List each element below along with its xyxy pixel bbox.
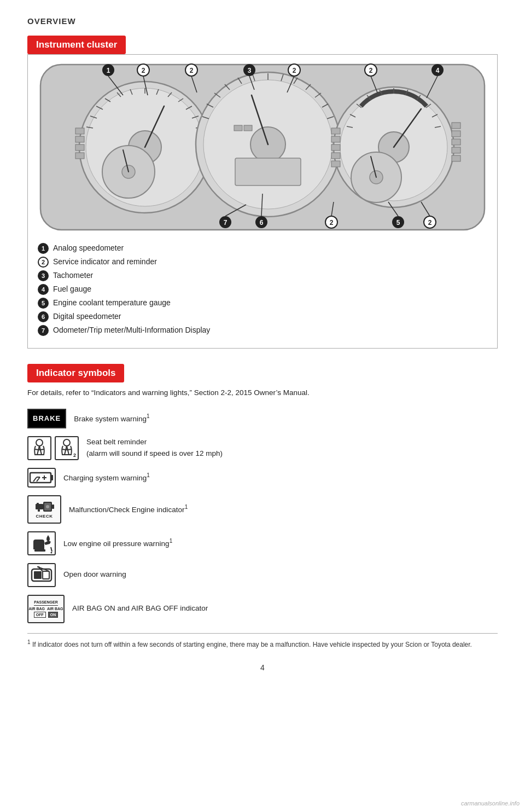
- legend-num-2: 2: [38, 257, 49, 268]
- legend-num-4: 4: [38, 284, 49, 295]
- svg-line-119: [67, 446, 69, 455]
- svg-rect-64: [452, 139, 460, 145]
- legend-item-5: 5 Engine coolant temperature gauge: [38, 297, 487, 309]
- svg-line-122: [33, 477, 37, 482]
- svg-rect-121: [51, 475, 53, 480]
- svg-line-115: [37, 446, 39, 455]
- footnote-divider: [27, 633, 498, 634]
- svg-rect-134: [34, 549, 45, 552]
- indicator-symbols-section: For details, refer to “Indicators and wa…: [27, 387, 498, 623]
- svg-rect-62: [452, 123, 460, 129]
- indicator-description: For details, refer to “Indicators and wa…: [27, 387, 498, 399]
- svg-rect-18: [75, 128, 84, 134]
- legend-item-1: 1 Analog speedometer: [38, 242, 487, 254]
- svg-rect-67: [331, 128, 340, 134]
- symbol-row-brake: BRAKE Brake system warning1: [27, 409, 498, 428]
- svg-rect-71: [331, 161, 340, 167]
- seatbelt-icon-1: [27, 436, 51, 460]
- seatbelt-icon-2: 2: [55, 436, 79, 460]
- svg-point-117: [63, 439, 70, 446]
- watermark: carmanualsonline.info: [461, 800, 520, 807]
- battery-icon: [27, 468, 56, 488]
- svg-rect-127: [36, 504, 43, 509]
- svg-point-130: [46, 505, 49, 508]
- legend-item-3: 3 Tachometer: [38, 270, 487, 281]
- symbol-row-oil: Low engine oil pressure warning1: [27, 531, 498, 555]
- legend-item-4: 4 Fuel gauge: [38, 283, 487, 295]
- legend-num-7: 7: [38, 325, 49, 336]
- svg-rect-137: [34, 571, 42, 579]
- svg-text:1: 1: [107, 67, 110, 74]
- instrument-cluster-header: Instrument cluster: [27, 36, 126, 54]
- instrument-cluster-section: 1 2 2 3 2 2 4: [27, 54, 498, 349]
- brake-icon: BRAKE: [27, 409, 66, 428]
- svg-text:7: 7: [224, 219, 228, 227]
- symbol-row-check-engine: CHECK Malfunction/Check Engine indicator…: [27, 495, 498, 524]
- svg-point-114: [36, 439, 43, 446]
- indicator-symbols-header: Indicator symbols: [27, 364, 124, 382]
- check-engine-icon: CHECK: [27, 495, 61, 524]
- svg-text:2: 2: [142, 67, 145, 74]
- svg-rect-21: [75, 153, 84, 159]
- legend-num-1: 1: [38, 243, 49, 254]
- seatbelt-label: Seat belt reminder(alarm will sound if s…: [86, 437, 223, 459]
- svg-rect-46: [244, 125, 252, 131]
- charging-label: Charging system warning1: [63, 471, 150, 484]
- svg-rect-70: [331, 153, 340, 159]
- brake-label: Brake system warning1: [74, 412, 149, 425]
- svg-text:5: 5: [396, 219, 400, 227]
- svg-rect-65: [452, 147, 460, 153]
- cluster-legend: 1 Analog speedometer 2 Service indicator…: [38, 242, 487, 336]
- svg-rect-131: [37, 503, 39, 505]
- svg-rect-133: [52, 504, 54, 509]
- airbag-icon: PASSENGER AIR BAG AIR BAG OFF ON: [27, 595, 65, 623]
- svg-rect-45: [234, 125, 242, 131]
- svg-rect-19: [75, 136, 84, 142]
- legend-item-2: 2 Service indicator and reminder: [38, 256, 487, 268]
- svg-text:6: 6: [260, 219, 264, 227]
- svg-point-135: [51, 552, 52, 553]
- oil-icon: [27, 531, 56, 555]
- svg-rect-69: [331, 144, 340, 150]
- svg-text:2: 2: [330, 219, 334, 227]
- page-title: OVERVIEW: [27, 16, 498, 26]
- legend-num-6: 6: [38, 311, 49, 322]
- svg-rect-20: [75, 144, 84, 150]
- svg-text:4: 4: [436, 67, 440, 74]
- oil-label: Low engine oil pressure warning1: [63, 537, 172, 549]
- door-label: Open door warning: [63, 569, 126, 580]
- legend-item-6: 6 Digital speedometer: [38, 311, 487, 322]
- svg-rect-138: [43, 571, 49, 579]
- svg-rect-68: [331, 136, 340, 142]
- svg-line-118: [65, 446, 67, 455]
- svg-text:2: 2: [190, 67, 194, 74]
- svg-text:2: 2: [293, 67, 296, 74]
- symbol-row-door: Open door warning: [27, 563, 498, 587]
- symbol-row-seatbelt: 2 Seat belt reminder(alarm will sound if…: [27, 436, 498, 460]
- svg-rect-66: [452, 155, 460, 161]
- cluster-diagram: 1 2 2 3 2 2 4: [38, 62, 487, 234]
- cluster-svg: 1 2 2 3 2 2 4: [38, 62, 487, 232]
- svg-text:2: 2: [369, 67, 373, 74]
- legend-num-3: 3: [38, 270, 49, 281]
- svg-text:3: 3: [248, 67, 252, 74]
- svg-line-116: [39, 446, 42, 455]
- check-engine-label: Malfunction/Check Engine indicator1: [69, 503, 188, 515]
- footnote: 1 If indicator does not turn off within …: [27, 638, 498, 650]
- svg-rect-63: [452, 131, 460, 137]
- symbol-row-airbag: PASSENGER AIR BAG AIR BAG OFF ON AIR BAG…: [27, 595, 498, 623]
- svg-rect-132: [38, 509, 40, 512]
- svg-line-124: [37, 477, 40, 482]
- page-number: 4: [27, 663, 498, 672]
- symbol-row-charging: Charging system warning1: [27, 468, 498, 488]
- legend-num-5: 5: [38, 298, 49, 309]
- door-icon: [27, 563, 56, 587]
- svg-rect-44: [235, 158, 301, 185]
- legend-item-7: 7 Odometer/Trip meter/Multi-Information …: [38, 324, 487, 336]
- airbag-label: AIR BAG ON and AIR BAG OFF indicator: [72, 603, 208, 614]
- svg-text:2: 2: [428, 219, 432, 227]
